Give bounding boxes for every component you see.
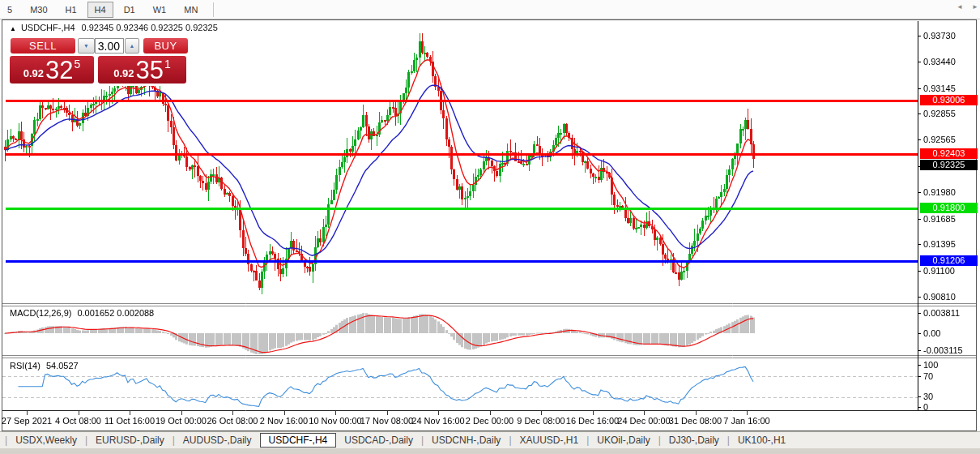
- chart-tab-xauusd-h1[interactable]: XAUUSD-,H1: [512, 434, 587, 447]
- chart-tab-usdchf-h4[interactable]: USDCHF-,H4: [260, 433, 337, 448]
- macd-indicator-label: MACD(12,26,9)0.001652 0.002088: [10, 308, 154, 318]
- level-badge-resistance-lower: 0.92403: [920, 148, 978, 159]
- sell-price-sup: 5: [75, 58, 81, 71]
- price-axis-label: 0.93730: [923, 31, 956, 41]
- time-axis-label: 2 Dec 00:00: [466, 416, 513, 426]
- time-axis-label: 7 Jan 16:00: [723, 416, 770, 426]
- chart-title: ▲USDCHF-,H40.92345 0.92346 0.92325 0.923…: [10, 23, 218, 32]
- time-axis-label: 24 Nov 16:00: [411, 416, 464, 426]
- price-axis-label: 0.92565: [923, 135, 956, 144]
- chart-tab-usdcad-daily[interactable]: USDCAD-,Daily: [336, 434, 421, 447]
- macd-axis-label: -0.003115: [923, 345, 963, 355]
- price-axis-label: 0.91395: [923, 239, 956, 249]
- macd-axis-label: 0.003811: [923, 308, 960, 318]
- buy-price-sup: 1: [164, 58, 171, 71]
- window-bottom-strip: [0, 448, 980, 454]
- rsi-value: 54.0527: [46, 361, 79, 370]
- time-axis-label: 24 Dec 00:00: [617, 416, 670, 426]
- time-axis-label: 27 Sep 2021: [2, 416, 52, 426]
- buy-button[interactable]: BUY: [143, 38, 188, 54]
- time-axis-label: 9 Dec 08:00: [517, 416, 565, 426]
- level-line-resistance-upper[interactable]: [6, 100, 918, 102]
- chart-tab-ukoil-daily[interactable]: UKOil-,Daily: [589, 434, 658, 447]
- price-axis-label: 0.90810: [923, 292, 956, 302]
- level-badge-resistance-upper: 0.93006: [920, 95, 978, 105]
- time-axis-label: 19 Oct 00:00: [156, 416, 207, 426]
- time-axis-label: 4 Oct 08:00: [55, 416, 101, 426]
- level-line-support-lower[interactable]: [6, 260, 918, 263]
- rsi-indicator-label: RSI(14)54.0527: [10, 361, 79, 370]
- time-axis-label: 11 Oct 16:00: [104, 416, 155, 426]
- rsi-axis-label: 100: [923, 360, 938, 370]
- time-axis-label: 10 Nov 00:00: [309, 416, 361, 426]
- mt4-window: 5M30H1H4D1W1MN ▲USDCHF-,H40.92345 0.9234…: [0, 0, 980, 454]
- buy-price-display[interactable]: 0.92 35 1: [98, 56, 186, 84]
- chart-tab-usdcnh-daily[interactable]: USDCNH-,Daily: [424, 434, 509, 447]
- price-axis-label: 0.91685: [923, 214, 956, 224]
- rsi-axis-label: 30: [923, 392, 933, 401]
- buy-price-prefix: 0.92: [113, 67, 134, 79]
- level-line-support-upper[interactable]: [6, 208, 918, 210]
- volume-decrease-button[interactable]: ▼: [78, 38, 95, 54]
- sell-price-prefix: 0.92: [23, 67, 44, 79]
- price-axis-label: 0.92855: [923, 109, 956, 118]
- sell-price-big: 32: [45, 58, 73, 83]
- rsi-name: RSI(14): [10, 361, 40, 370]
- price-axis-label: 0.93145: [923, 84, 956, 93]
- chart-tab-uk100-h1[interactable]: UK100-,H1: [730, 434, 794, 447]
- time-axis-label: 17 Nov 08:00: [360, 416, 413, 426]
- rsi-axis-label: 70: [923, 371, 933, 381]
- chart-tab-eurusd-daily[interactable]: EURUSD-,Daily: [87, 434, 173, 447]
- level-badge-support-lower: 0.91206: [920, 255, 978, 266]
- macd-values: 0.001652 0.002088: [77, 308, 154, 318]
- chevron-down-icon: ▼: [83, 43, 89, 49]
- volume-increase-button[interactable]: ▲: [125, 38, 139, 54]
- time-axis-label: 31 Dec 08:00: [669, 416, 722, 426]
- price-axis-label: 0.93440: [923, 57, 956, 66]
- time-axis-label: 16 Dec 16:00: [566, 416, 619, 426]
- level-badge-support-upper: 0.91800: [920, 203, 978, 213]
- current-price-badge: 0.92325: [920, 160, 978, 170]
- chart-ohlc-quotes: 0.92345 0.92346 0.92325 0.92325: [82, 23, 218, 32]
- panel-collapse-icon[interactable]: ▲: [10, 25, 16, 32]
- rsi-axis-label: 0: [923, 402, 928, 412]
- macd-axis-label: 0.00: [923, 328, 940, 338]
- chart-tab-audusd-daily[interactable]: AUDUSD-,Daily: [175, 434, 260, 447]
- chart-tab-bar: |USDX,Weekly|EURUSD-,Daily|AUDUSD-,Daily…: [0, 431, 980, 448]
- chart-tab-dj30-daily[interactable]: DJ30-,Daily: [661, 434, 727, 447]
- macd-name: MACD(12,26,9): [10, 308, 71, 318]
- time-axis-label: 26 Oct 08:00: [207, 416, 258, 426]
- level-line-resistance-lower[interactable]: [6, 153, 918, 156]
- price-axis-label: 0.91100: [923, 266, 955, 276]
- volume-input[interactable]: [95, 38, 124, 54]
- time-axis-label: 2 Nov 16:00: [260, 416, 308, 426]
- buy-price-big: 35: [136, 58, 164, 83]
- sell-button[interactable]: SELL: [11, 38, 75, 54]
- chevron-up-icon: ▲: [130, 43, 135, 49]
- sell-price-display[interactable]: 0.92 32 5: [10, 56, 94, 84]
- chart-symbol: USDCHF-,H4: [21, 23, 75, 32]
- price-axis-label: 0.91980: [923, 187, 956, 197]
- chart-tab-usdx-weekly[interactable]: USDX,Weekly: [7, 434, 85, 447]
